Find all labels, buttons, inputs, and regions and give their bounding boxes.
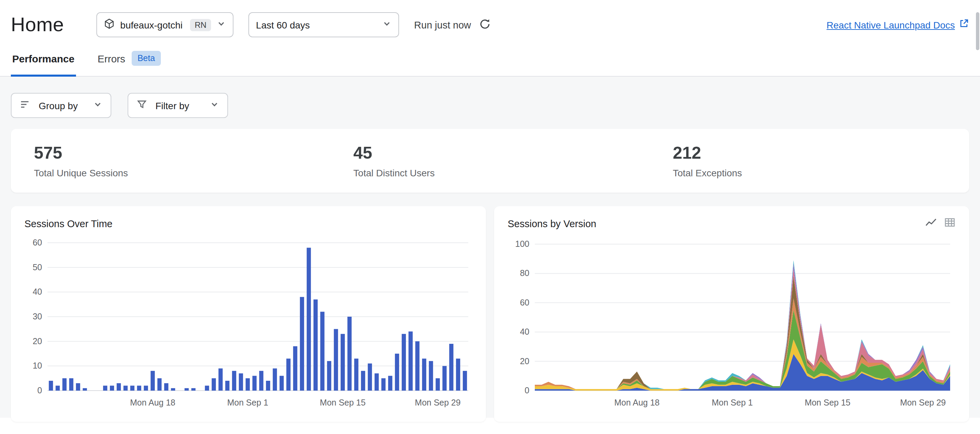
svg-text:Mon Sep 15: Mon Sep 15 — [320, 398, 366, 407]
svg-text:100: 100 — [515, 239, 529, 249]
svg-text:40: 40 — [520, 327, 529, 336]
svg-text:Mon Sep 29: Mon Sep 29 — [900, 398, 946, 407]
svg-text:10: 10 — [33, 361, 42, 370]
svg-text:0: 0 — [37, 385, 42, 395]
svg-text:30: 30 — [33, 312, 42, 321]
chart-title: Sessions Over Time — [24, 219, 113, 229]
date-range-label: Last 60 days — [256, 19, 377, 30]
summary-stats-card: 575 Total Unique Sessions 45 Total Disti… — [11, 129, 969, 193]
scrollbar[interactable] — [975, 0, 980, 434]
scrollbar-thumb[interactable] — [976, 12, 979, 50]
filter-row: Group by Filter by — [11, 93, 969, 118]
group-by-dropdown[interactable]: Group by — [11, 93, 111, 118]
stat-total-distinct-users: 45 Total Distinct Users — [330, 143, 649, 178]
app-selector-dropdown[interactable]: bufeaux-gotchi RN — [96, 12, 234, 37]
chevron-down-icon — [382, 19, 391, 30]
filter-funnel-icon — [137, 99, 147, 112]
line-chart-icon[interactable] — [925, 217, 937, 231]
svg-text:40: 40 — [33, 287, 42, 296]
date-range-dropdown[interactable]: Last 60 days — [248, 12, 399, 37]
svg-text:Mon Aug 18: Mon Aug 18 — [614, 398, 659, 407]
stat-value: 575 — [34, 143, 330, 163]
sessions-by-version-chart: 020406080100Mon Aug 18Mon Sep 1Mon Sep 1… — [508, 236, 956, 411]
stat-label: Total Unique Sessions — [34, 168, 330, 178]
svg-text:20: 20 — [33, 336, 42, 346]
page-title: Home — [11, 14, 64, 36]
tab-bar: Performance Errors Beta — [0, 47, 980, 77]
beta-badge: Beta — [131, 51, 161, 66]
group-by-label: Group by — [39, 100, 85, 111]
app-selector-label: bufeaux-gotchi — [120, 19, 184, 30]
tab-errors[interactable]: Errors Beta — [96, 47, 162, 77]
svg-text:0: 0 — [525, 385, 529, 395]
tab-performance-label: Performance — [12, 52, 74, 64]
svg-text:Mon Aug 18: Mon Aug 18 — [130, 398, 175, 407]
stat-label: Total Distinct Users — [353, 168, 649, 178]
sessions-over-time-card: Sessions Over Time 0102030405060Mon Aug … — [11, 206, 486, 422]
run-status: Run just now — [414, 18, 491, 32]
package-icon — [104, 18, 115, 31]
svg-text:20: 20 — [520, 356, 529, 366]
svg-text:60: 60 — [520, 298, 529, 307]
stat-total-unique-sessions: 575 Total Unique Sessions — [11, 143, 330, 178]
header: Home bufeaux-gotchi RN Last 60 days Run … — [0, 0, 980, 47]
stat-total-exceptions: 212 Total Exceptions — [650, 143, 969, 178]
svg-text:60: 60 — [33, 238, 42, 247]
svg-text:Mon Sep 29: Mon Sep 29 — [415, 398, 461, 407]
stat-label: Total Exceptions — [673, 168, 969, 178]
group-by-icon — [20, 99, 30, 112]
platform-badge: RN — [190, 19, 212, 31]
sessions-over-time-chart: 0102030405060Mon Aug 18Mon Sep 1Mon Sep … — [24, 236, 473, 411]
filter-by-label: Filter by — [156, 100, 202, 111]
chevron-down-icon — [93, 100, 102, 111]
sessions-by-version-card: Sessions by Version 020406080100Mon Aug … — [494, 206, 969, 422]
main-content: Group by Filter by 575 Total Unique Sess… — [0, 77, 980, 418]
filter-by-dropdown[interactable]: Filter by — [127, 93, 228, 118]
svg-text:Mon Sep 1: Mon Sep 1 — [712, 398, 753, 407]
chevron-down-icon — [216, 19, 226, 30]
tab-errors-label: Errors — [97, 52, 125, 64]
docs-link-group: React Native Launchpad Docs — [827, 18, 969, 31]
chart-title: Sessions by Version — [508, 219, 596, 229]
chart-view-toggle — [925, 217, 956, 231]
external-link-icon — [959, 18, 969, 31]
stat-value: 212 — [673, 143, 969, 163]
refresh-icon[interactable] — [479, 18, 491, 32]
charts-row: Sessions Over Time 0102030405060Mon Aug … — [11, 206, 969, 422]
table-view-icon[interactable] — [944, 217, 956, 231]
svg-text:Mon Sep 1: Mon Sep 1 — [228, 398, 269, 407]
docs-link[interactable]: React Native Launchpad Docs — [827, 19, 955, 30]
svg-text:50: 50 — [33, 263, 42, 272]
run-status-label: Run just now — [414, 19, 471, 30]
app-root: Home bufeaux-gotchi RN Last 60 days Run … — [0, 0, 980, 434]
svg-text:Mon Sep 15: Mon Sep 15 — [805, 398, 850, 407]
tab-performance[interactable]: Performance — [11, 47, 76, 77]
svg-text:80: 80 — [520, 268, 529, 278]
stat-value: 45 — [353, 143, 649, 163]
chevron-down-icon — [210, 100, 219, 111]
